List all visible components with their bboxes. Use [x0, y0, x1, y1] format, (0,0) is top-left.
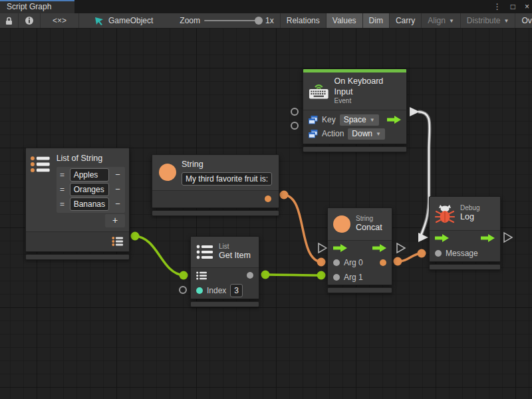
wire-flow-keyboard-to-log[interactable]	[418, 112, 430, 235]
wire-port-dot	[280, 191, 289, 200]
node-on-keyboard-input[interactable]: On Keyboard Input Event Key Space ▼	[303, 68, 407, 152]
flow-port-outline-concat-in[interactable]	[319, 243, 327, 253]
wire-list-to-getitem[interactable]	[135, 236, 184, 275]
wire-port-dot	[317, 271, 326, 280]
restore-window-icon[interactable]: □	[511, 2, 515, 11]
wire-flow-shadow	[418, 112, 430, 235]
port-action-default[interactable]	[291, 122, 299, 130]
lock-button[interactable]	[0, 13, 19, 28]
result-output-port[interactable]	[380, 259, 386, 266]
node-debug-log[interactable]: Debug Log Message	[429, 196, 501, 270]
key-row: Key Space ▼	[303, 113, 406, 127]
item-output-port[interactable]	[247, 272, 253, 279]
list-item-row: = Oranges −	[59, 183, 123, 197]
string-output-row	[152, 190, 279, 207]
node-title: On Keyboard Input	[334, 76, 401, 97]
flow-port-outline-concat-out[interactable]	[397, 243, 405, 253]
node-footer	[429, 264, 501, 270]
close-window-icon[interactable]: ×	[525, 2, 529, 11]
wire-port-dot	[317, 258, 326, 267]
key-dropdown[interactable]: Space ▼	[340, 114, 379, 126]
remove-item-button[interactable]: −	[112, 199, 123, 209]
list-item-field[interactable]: Apples	[70, 168, 109, 182]
tab-script-graph[interactable]: Script Graph	[0, 0, 74, 13]
node-list-of-string[interactable]: List of String = Apples − = Oranges −	[25, 148, 130, 260]
values-toggle[interactable]: Values	[327, 13, 363, 28]
zoom-slider[interactable]	[204, 20, 261, 21]
node-title: Log	[460, 212, 479, 223]
list-input-row	[191, 268, 259, 283]
index-field[interactable]: 3	[230, 284, 243, 297]
wire-port-dot	[394, 257, 402, 266]
drag-handle[interactable]: =	[59, 170, 66, 180]
wire-getitem-to-concat[interactable]	[265, 275, 321, 275]
node-footer	[327, 287, 392, 293]
node-footer	[303, 146, 407, 152]
message-input-port[interactable]	[435, 250, 442, 257]
arg1-label: Arg 1	[344, 273, 363, 282]
chevron-down-icon: ▼	[449, 18, 454, 24]
dim-toggle[interactable]: Dim	[363, 13, 390, 28]
zoom-label: Zoom	[180, 16, 200, 25]
node-title: Get Item	[219, 251, 251, 261]
flow-input-port[interactable]	[333, 244, 347, 252]
node-subtitle: Event	[334, 97, 401, 106]
node-get-item[interactable]: List Get Item Index 3	[190, 236, 259, 307]
node-string-literal[interactable]: String My third favorite fruit is:	[152, 154, 279, 216]
remove-item-button[interactable]: −	[112, 170, 123, 180]
target-label: GameObject	[108, 16, 153, 25]
target-gameobject[interactable]: GameObject	[88, 13, 159, 28]
flow-output-port[interactable]	[387, 116, 401, 124]
drag-handle[interactable]: =	[59, 200, 66, 209]
graph-pointer-icon	[94, 17, 104, 25]
flow-port-outline-log-out[interactable]	[504, 233, 512, 242]
flow-row	[328, 241, 392, 255]
window-controls: ⋮ □ ×	[493, 0, 529, 13]
arg1-input-port[interactable]	[333, 274, 340, 281]
flow-output-port[interactable]	[481, 234, 495, 242]
wire-string-to-concat[interactable]	[284, 195, 321, 262]
index-input-port[interactable]	[196, 287, 203, 294]
list-output-port[interactable]	[112, 236, 124, 247]
arg1-row: Arg 1	[328, 270, 392, 285]
node-category: Debug	[460, 204, 479, 213]
distribute-menu[interactable]: Distribute ▼	[461, 13, 516, 28]
code-view-button[interactable]: <×>	[41, 13, 79, 28]
chevron-down-icon: ▼	[370, 115, 375, 125]
zoom-value: 1x	[265, 16, 274, 25]
node-title: Concat	[356, 223, 382, 233]
info-button[interactable]	[19, 13, 41, 28]
flow-output-port[interactable]	[372, 244, 386, 252]
list-input-port[interactable]	[196, 271, 207, 280]
title-bar: Script Graph ⋮ □ ×	[0, 0, 532, 13]
node-concat[interactable]: String Concat Arg 0	[327, 207, 392, 293]
overview-button[interactable]: Overview	[515, 13, 532, 28]
string-value-field[interactable]: My third favorite fruit is:	[182, 172, 272, 186]
graph-canvas[interactable]: On Keyboard Input Event Key Space ▼	[0, 29, 532, 399]
action-dropdown[interactable]: Down ▼	[348, 128, 385, 140]
list-item-field[interactable]: Oranges	[70, 183, 109, 196]
carry-toggle[interactable]: Carry	[390, 13, 422, 28]
wire-concat-to-message[interactable]	[398, 253, 422, 261]
action-value: Down	[352, 129, 372, 139]
wire-port-dot	[418, 249, 426, 258]
string-output-port[interactable]	[265, 196, 271, 202]
arg0-input-port[interactable]	[333, 259, 340, 266]
enum-icon	[309, 130, 318, 138]
port-key-default[interactable]	[291, 108, 299, 116]
wire-port-dot	[180, 271, 188, 280]
zoom-slider-handle[interactable]	[255, 17, 263, 25]
flow-input-port[interactable]	[435, 234, 449, 242]
drag-handle[interactable]: =	[59, 185, 66, 195]
add-item-button[interactable]: +	[105, 214, 125, 227]
remove-item-button[interactable]: −	[112, 184, 123, 195]
align-menu[interactable]: Align ▼	[422, 13, 461, 28]
graph-toolbar: <×> GameObject Zoom 1x Relations Values …	[0, 13, 532, 29]
arg0-row: Arg 0	[328, 255, 392, 270]
chevron-down-icon: ▼	[504, 18, 509, 24]
list-item-field[interactable]: Bananas	[70, 198, 109, 211]
more-menu-icon[interactable]: ⋮	[493, 2, 501, 11]
port-index-default[interactable]	[179, 286, 187, 294]
relations-toggle[interactable]: Relations	[280, 13, 327, 28]
node-title: String	[182, 160, 272, 170]
